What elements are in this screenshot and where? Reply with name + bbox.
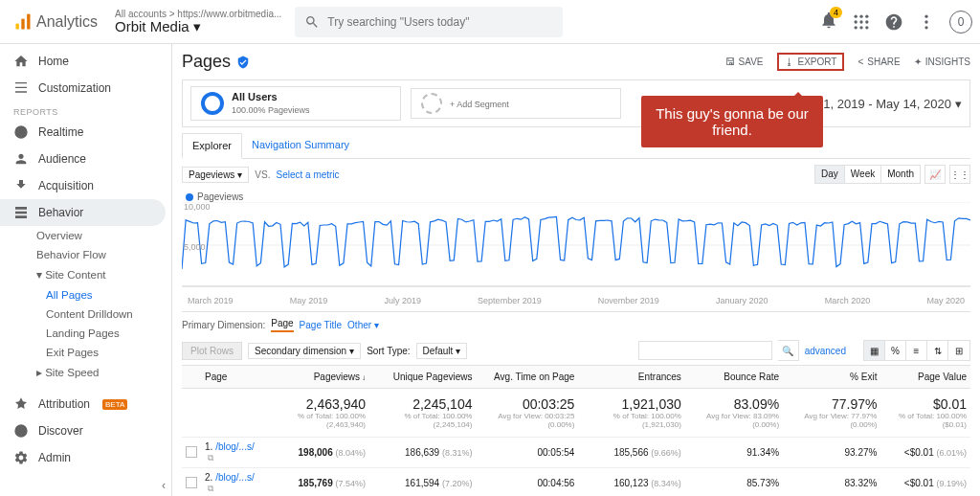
granularity-day[interactable]: Day xyxy=(815,166,845,183)
view-table-icon[interactable]: ▦ xyxy=(864,341,885,360)
plot-rows-button[interactable]: Plot Rows xyxy=(182,342,242,360)
apps-icon[interactable] xyxy=(852,12,871,32)
nav-content-drilldown[interactable]: Content Drilldown xyxy=(0,304,171,324)
legend-dot-icon xyxy=(186,193,193,201)
nav-landing-pages[interactable]: Landing Pages xyxy=(0,324,171,343)
save-button[interactable]: 🖫SAVE xyxy=(725,56,764,67)
account-switcher[interactable]: All accounts > https://www.orbitmedia...… xyxy=(115,9,281,35)
page-title: Pages xyxy=(182,52,231,72)
col-avg-time[interactable]: Avg. Time on Page xyxy=(476,366,578,389)
external-link-icon[interactable]: ⧉ xyxy=(208,453,213,462)
svg-point-5 xyxy=(865,14,868,17)
nav-audience[interactable]: Audience xyxy=(0,146,171,172)
col-value[interactable]: Page Value xyxy=(880,366,970,389)
advanced-link[interactable]: advanced xyxy=(805,346,846,356)
brand-text: Analytics xyxy=(36,13,98,31)
svg-point-9 xyxy=(855,26,858,29)
chevron-down-icon: ▾ xyxy=(193,19,201,35)
nav-overview[interactable]: Overview xyxy=(0,226,171,245)
view-comparison-icon[interactable]: ⇅ xyxy=(927,341,948,360)
view-percent-icon[interactable]: % xyxy=(885,341,906,360)
svg-point-13 xyxy=(924,20,927,23)
svg-point-12 xyxy=(924,14,927,17)
svg-point-11 xyxy=(865,26,868,29)
view-performance-icon[interactable]: ≡ xyxy=(906,341,927,360)
page-path-link[interactable]: /blog/...s/ xyxy=(215,472,255,483)
tab-explorer[interactable]: Explorer xyxy=(182,133,242,159)
insights-button[interactable]: ✦INSIGHTS xyxy=(914,56,970,67)
nav-customization[interactable]: Customization xyxy=(0,75,171,101)
segment-all-users[interactable]: All Users100.00% Pageviews xyxy=(190,86,401,121)
export-icon: ⭳ xyxy=(785,56,794,67)
app-header: Analytics All accounts > https://www.orb… xyxy=(0,0,980,44)
nav-attribution[interactable]: AttributionBETA xyxy=(0,391,171,417)
share-button[interactable]: <SHARE xyxy=(858,56,900,67)
pageviews-chart[interactable]: 10,000 5,000 xyxy=(182,202,970,288)
vs-label: VS. xyxy=(255,169,270,180)
nav-exit-pages[interactable]: Exit Pages xyxy=(0,343,171,362)
table-search-input[interactable] xyxy=(638,341,772,360)
svg-point-14 xyxy=(924,26,927,29)
col-bounce[interactable]: Bounce Rate xyxy=(685,366,783,389)
nav-admin[interactable]: Admin xyxy=(0,444,171,471)
page-path-link[interactable]: /blog/...s/ xyxy=(215,441,255,452)
svg-rect-0 xyxy=(16,23,19,29)
primary-dimension-label: Primary Dimension: xyxy=(182,320,265,330)
date-range-picker[interactable]: Jan 1, 2019 - May 14, 2020 ▾ xyxy=(800,97,962,111)
analytics-logo: Analytics xyxy=(8,12,103,32)
row-checkbox[interactable] xyxy=(186,446,197,458)
nav-all-pages[interactable]: All Pages xyxy=(0,285,171,304)
main-content: Pages 🖫SAVE ⭳EXPORT <SHARE ✦INSIGHTS All… xyxy=(172,44,980,496)
dim-other[interactable]: Other ▾ xyxy=(347,320,379,330)
view-pivot-icon[interactable]: ⊞ xyxy=(948,341,969,360)
svg-point-3 xyxy=(855,14,858,17)
dim-page[interactable]: Page xyxy=(271,318,293,332)
export-button[interactable]: ⭳EXPORT xyxy=(777,53,845,71)
select-metric-link[interactable]: Select a metric xyxy=(276,169,339,180)
nav-site-content[interactable]: ▾ Site Content xyxy=(0,264,171,285)
nav-acquisition[interactable]: Acquisition xyxy=(0,172,171,199)
sidebar: Home Customization REPORTS Realtime Audi… xyxy=(0,44,172,496)
col-entrances[interactable]: Entrances xyxy=(578,366,684,389)
nav-site-speed[interactable]: ▸ Site Speed xyxy=(0,362,171,383)
col-unique[interactable]: Unique Pageviews xyxy=(369,366,476,389)
dim-page-title[interactable]: Page Title xyxy=(300,320,342,330)
col-page[interactable]: Page xyxy=(201,366,263,389)
more-icon[interactable] xyxy=(917,12,936,32)
svg-point-17 xyxy=(15,425,27,437)
external-link-icon[interactable]: ⧉ xyxy=(208,484,213,493)
table-header-row: Page Pageviews↓ Unique Pageviews Avg. Ti… xyxy=(182,366,970,389)
avatar[interactable]: 0 xyxy=(949,11,972,34)
chart-type-button[interactable]: 📈 xyxy=(924,165,946,184)
search-placeholder: Try searching "Users today" xyxy=(327,15,469,29)
notifications-button[interactable]: 4 xyxy=(819,11,838,33)
metric-dropdown[interactable]: Pageviews ▾ xyxy=(182,167,249,183)
granularity-month[interactable]: Month xyxy=(881,166,920,183)
collapse-sidebar-button[interactable]: ‹ xyxy=(162,479,166,492)
help-icon[interactable] xyxy=(884,12,903,32)
nav-behavior[interactable]: Behavior xyxy=(0,199,166,226)
add-segment-icon xyxy=(421,93,442,114)
property-name: Orbit Media xyxy=(115,19,189,35)
chart-type-button-2[interactable]: ⋮⋮ xyxy=(949,165,970,184)
col-exit[interactable]: % Exit xyxy=(783,366,880,389)
nav-behavior-flow[interactable]: Behavior Flow xyxy=(0,245,171,264)
nav-discover[interactable]: Discover xyxy=(0,417,171,444)
search-input[interactable]: Try searching "Users today" xyxy=(295,7,563,37)
chevron-down-icon: ▾ xyxy=(955,97,962,111)
segment-add[interactable]: + Add Segment xyxy=(411,88,621,119)
table-row[interactable]: 2. /blog/...s/⧉ 185,769 (7.54%) 161,594 … xyxy=(182,468,970,497)
col-pageviews[interactable]: Pageviews↓ xyxy=(263,366,369,389)
table-row[interactable]: 1. /blog/...s/⧉ 198,006 (8.04%) 186,639 … xyxy=(182,438,970,468)
row-checkbox[interactable] xyxy=(186,477,197,488)
sort-type-dropdown[interactable]: Default ▾ xyxy=(416,343,468,359)
secondary-dimension-dropdown[interactable]: Secondary dimension ▾ xyxy=(248,343,361,359)
reports-label: REPORTS xyxy=(0,101,171,119)
tab-navigation-summary[interactable]: Navigation Summary xyxy=(242,133,359,158)
granularity-week[interactable]: Week xyxy=(845,166,881,183)
table-search-button[interactable]: 🔍 xyxy=(778,340,799,361)
nav-home[interactable]: Home xyxy=(0,48,171,75)
nav-realtime[interactable]: Realtime xyxy=(0,119,171,146)
y-tick: 5,000 xyxy=(184,242,206,252)
sort-type-label: Sort Type: xyxy=(367,346,410,356)
